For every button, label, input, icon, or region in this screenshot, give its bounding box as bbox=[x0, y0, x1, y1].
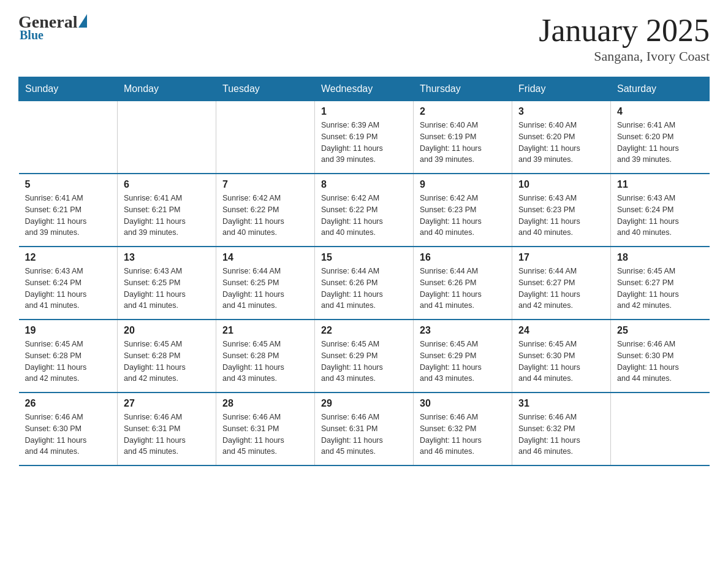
day-info: Sunrise: 6:45 AM Sunset: 6:28 PM Dayligh… bbox=[124, 339, 210, 385]
calendar-cell: 16Sunrise: 6:44 AM Sunset: 6:26 PM Dayli… bbox=[414, 247, 512, 320]
day-number: 12 bbox=[25, 252, 112, 263]
calendar-cell: 29Sunrise: 6:46 AM Sunset: 6:31 PM Dayli… bbox=[315, 393, 414, 465]
day-info: Sunrise: 6:44 AM Sunset: 6:27 PM Dayligh… bbox=[518, 266, 604, 312]
day-info: Sunrise: 6:46 AM Sunset: 6:31 PM Dayligh… bbox=[321, 412, 407, 458]
day-header-monday: Monday bbox=[118, 77, 216, 101]
day-info: Sunrise: 6:41 AM Sunset: 6:20 PM Dayligh… bbox=[617, 120, 703, 166]
day-info: Sunrise: 6:41 AM Sunset: 6:21 PM Dayligh… bbox=[25, 193, 112, 239]
day-info: Sunrise: 6:46 AM Sunset: 6:30 PM Dayligh… bbox=[617, 339, 703, 385]
calendar-cell: 1Sunrise: 6:39 AM Sunset: 6:19 PM Daylig… bbox=[315, 101, 414, 174]
day-info: Sunrise: 6:44 AM Sunset: 6:25 PM Dayligh… bbox=[222, 266, 308, 312]
page-header: General Blue January 2025 Sangana, Ivory… bbox=[18, 12, 710, 64]
day-info: Sunrise: 6:46 AM Sunset: 6:32 PM Dayligh… bbox=[518, 412, 604, 458]
calendar-header: SundayMondayTuesdayWednesdayThursdayFrid… bbox=[19, 77, 710, 101]
day-info: Sunrise: 6:43 AM Sunset: 6:23 PM Dayligh… bbox=[518, 193, 604, 239]
calendar-cell bbox=[611, 393, 710, 465]
day-info: Sunrise: 6:46 AM Sunset: 6:30 PM Dayligh… bbox=[25, 412, 112, 458]
calendar-cell: 28Sunrise: 6:46 AM Sunset: 6:31 PM Dayli… bbox=[216, 393, 315, 465]
day-info: Sunrise: 6:42 AM Sunset: 6:22 PM Dayligh… bbox=[222, 193, 308, 239]
calendar-cell: 11Sunrise: 6:43 AM Sunset: 6:24 PM Dayli… bbox=[611, 174, 710, 247]
calendar-cell: 19Sunrise: 6:45 AM Sunset: 6:28 PM Dayli… bbox=[19, 320, 118, 393]
day-number: 27 bbox=[124, 398, 210, 409]
header-row: SundayMondayTuesdayWednesdayThursdayFrid… bbox=[19, 77, 710, 101]
week-row-2: 5Sunrise: 6:41 AM Sunset: 6:21 PM Daylig… bbox=[19, 174, 710, 247]
calendar-cell: 12Sunrise: 6:43 AM Sunset: 6:24 PM Dayli… bbox=[19, 247, 118, 320]
day-info: Sunrise: 6:45 AM Sunset: 6:29 PM Dayligh… bbox=[321, 339, 407, 385]
day-number: 5 bbox=[25, 179, 112, 190]
day-info: Sunrise: 6:46 AM Sunset: 6:31 PM Dayligh… bbox=[124, 412, 210, 458]
calendar-cell bbox=[216, 101, 315, 174]
month-title: January 2025 bbox=[539, 12, 710, 48]
day-info: Sunrise: 6:39 AM Sunset: 6:19 PM Dayligh… bbox=[321, 120, 407, 166]
calendar-cell: 22Sunrise: 6:45 AM Sunset: 6:29 PM Dayli… bbox=[315, 320, 414, 393]
title-section: January 2025 Sangana, Ivory Coast bbox=[539, 12, 710, 64]
calendar-cell: 13Sunrise: 6:43 AM Sunset: 6:25 PM Dayli… bbox=[118, 247, 216, 320]
calendar-cell: 23Sunrise: 6:45 AM Sunset: 6:29 PM Dayli… bbox=[414, 320, 512, 393]
day-header-saturday: Saturday bbox=[611, 77, 710, 101]
calendar-cell: 10Sunrise: 6:43 AM Sunset: 6:23 PM Dayli… bbox=[512, 174, 611, 247]
calendar-cell: 14Sunrise: 6:44 AM Sunset: 6:25 PM Dayli… bbox=[216, 247, 315, 320]
day-number: 26 bbox=[25, 398, 112, 409]
calendar-cell bbox=[118, 101, 216, 174]
day-number: 8 bbox=[321, 179, 407, 190]
calendar-cell: 9Sunrise: 6:42 AM Sunset: 6:23 PM Daylig… bbox=[414, 174, 512, 247]
day-info: Sunrise: 6:46 AM Sunset: 6:31 PM Dayligh… bbox=[222, 412, 308, 458]
day-header-friday: Friday bbox=[512, 77, 611, 101]
day-info: Sunrise: 6:45 AM Sunset: 6:27 PM Dayligh… bbox=[617, 266, 703, 312]
day-number: 15 bbox=[321, 252, 407, 263]
day-info: Sunrise: 6:44 AM Sunset: 6:26 PM Dayligh… bbox=[420, 266, 506, 312]
calendar-cell: 3Sunrise: 6:40 AM Sunset: 6:20 PM Daylig… bbox=[512, 101, 611, 174]
calendar-cell: 15Sunrise: 6:44 AM Sunset: 6:26 PM Dayli… bbox=[315, 247, 414, 320]
calendar-cell: 17Sunrise: 6:44 AM Sunset: 6:27 PM Dayli… bbox=[512, 247, 611, 320]
calendar-cell: 25Sunrise: 6:46 AM Sunset: 6:30 PM Dayli… bbox=[611, 320, 710, 393]
day-info: Sunrise: 6:42 AM Sunset: 6:23 PM Dayligh… bbox=[420, 193, 506, 239]
day-info: Sunrise: 6:45 AM Sunset: 6:30 PM Dayligh… bbox=[518, 339, 604, 385]
calendar-cell: 6Sunrise: 6:41 AM Sunset: 6:21 PM Daylig… bbox=[118, 174, 216, 247]
week-row-1: 1Sunrise: 6:39 AM Sunset: 6:19 PM Daylig… bbox=[19, 101, 710, 174]
day-number: 17 bbox=[518, 252, 604, 263]
day-header-tuesday: Tuesday bbox=[216, 77, 315, 101]
day-info: Sunrise: 6:45 AM Sunset: 6:29 PM Dayligh… bbox=[420, 339, 506, 385]
day-info: Sunrise: 6:45 AM Sunset: 6:28 PM Dayligh… bbox=[25, 339, 112, 385]
day-info: Sunrise: 6:44 AM Sunset: 6:26 PM Dayligh… bbox=[321, 266, 407, 312]
calendar-cell: 26Sunrise: 6:46 AM Sunset: 6:30 PM Dayli… bbox=[19, 393, 118, 465]
logo: General Blue bbox=[18, 12, 87, 42]
week-row-4: 19Sunrise: 6:45 AM Sunset: 6:28 PM Dayli… bbox=[19, 320, 710, 393]
calendar-cell: 30Sunrise: 6:46 AM Sunset: 6:32 PM Dayli… bbox=[414, 393, 512, 465]
calendar-cell: 24Sunrise: 6:45 AM Sunset: 6:30 PM Dayli… bbox=[512, 320, 611, 393]
day-info: Sunrise: 6:45 AM Sunset: 6:28 PM Dayligh… bbox=[222, 339, 308, 385]
day-number: 18 bbox=[617, 252, 703, 263]
day-number: 6 bbox=[124, 179, 210, 190]
day-number: 3 bbox=[518, 106, 604, 117]
day-number: 31 bbox=[518, 398, 604, 409]
day-number: 14 bbox=[222, 252, 308, 263]
day-number: 22 bbox=[321, 325, 407, 336]
day-info: Sunrise: 6:43 AM Sunset: 6:25 PM Dayligh… bbox=[124, 266, 210, 312]
calendar-cell: 5Sunrise: 6:41 AM Sunset: 6:21 PM Daylig… bbox=[19, 174, 118, 247]
day-number: 9 bbox=[420, 179, 506, 190]
calendar-cell: 4Sunrise: 6:41 AM Sunset: 6:20 PM Daylig… bbox=[611, 101, 710, 174]
calendar-cell: 20Sunrise: 6:45 AM Sunset: 6:28 PM Dayli… bbox=[118, 320, 216, 393]
day-number: 2 bbox=[420, 106, 506, 117]
day-header-wednesday: Wednesday bbox=[315, 77, 414, 101]
day-number: 4 bbox=[617, 106, 703, 117]
calendar-cell: 27Sunrise: 6:46 AM Sunset: 6:31 PM Dayli… bbox=[118, 393, 216, 465]
day-number: 21 bbox=[222, 325, 308, 336]
calendar-cell: 31Sunrise: 6:46 AM Sunset: 6:32 PM Dayli… bbox=[512, 393, 611, 465]
day-number: 1 bbox=[321, 106, 407, 117]
day-number: 30 bbox=[420, 398, 506, 409]
calendar-cell: 2Sunrise: 6:40 AM Sunset: 6:19 PM Daylig… bbox=[414, 101, 512, 174]
day-number: 7 bbox=[222, 179, 308, 190]
day-number: 25 bbox=[617, 325, 703, 336]
calendar-cell: 7Sunrise: 6:42 AM Sunset: 6:22 PM Daylig… bbox=[216, 174, 315, 247]
day-header-thursday: Thursday bbox=[414, 77, 512, 101]
calendar-body: 1Sunrise: 6:39 AM Sunset: 6:19 PM Daylig… bbox=[19, 101, 710, 466]
day-number: 16 bbox=[420, 252, 506, 263]
calendar-cell bbox=[19, 101, 118, 174]
day-info: Sunrise: 6:43 AM Sunset: 6:24 PM Dayligh… bbox=[617, 193, 703, 239]
day-info: Sunrise: 6:40 AM Sunset: 6:20 PM Dayligh… bbox=[518, 120, 604, 166]
day-info: Sunrise: 6:42 AM Sunset: 6:22 PM Dayligh… bbox=[321, 193, 407, 239]
day-info: Sunrise: 6:46 AM Sunset: 6:32 PM Dayligh… bbox=[420, 412, 506, 458]
day-number: 24 bbox=[518, 325, 604, 336]
day-number: 10 bbox=[518, 179, 604, 190]
